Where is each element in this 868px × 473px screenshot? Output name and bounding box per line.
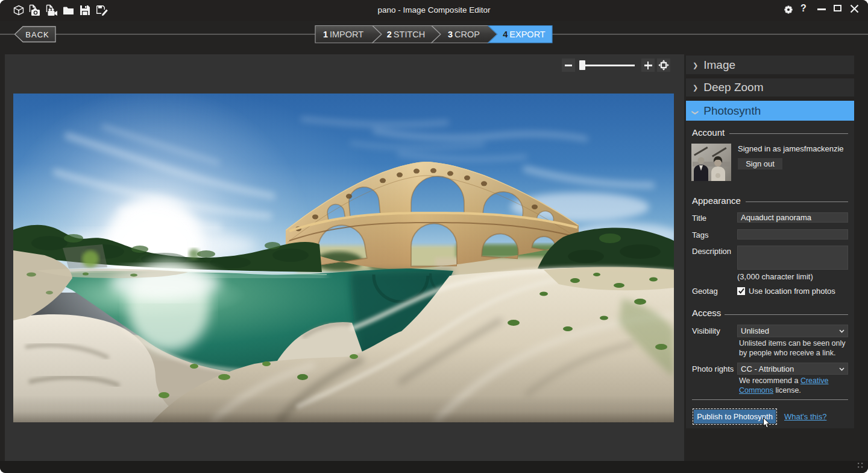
- svg-text:1IMPORT: 1IMPORT: [323, 30, 363, 39]
- svg-text:3CROP: 3CROP: [448, 30, 480, 39]
- svg-text:BACK: BACK: [25, 30, 49, 39]
- svg-text:4EXPORT: 4EXPORT: [503, 30, 546, 39]
